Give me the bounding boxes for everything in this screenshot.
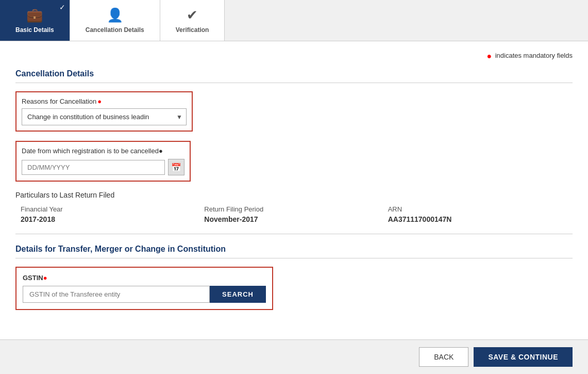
save-continue-button[interactable]: SAVE & CONTINUE (474, 347, 573, 361)
return-period-value: November-2017 (204, 215, 383, 223)
basic-details-icon: 💼 (26, 7, 43, 23)
mandatory-note: ● indicates mandatory fields (15, 52, 573, 61)
verification-label: Verification (176, 26, 209, 34)
search-button[interactable]: SEARCH (210, 286, 266, 303)
gstin-label: GSTIN● (23, 274, 266, 282)
transfer-details-title: Details for Transfer, Merger or Change i… (15, 245, 573, 258)
back-button[interactable]: BACK (419, 347, 468, 361)
particulars-grid: Financial Year 2017-2018 Return Filing P… (15, 205, 573, 223)
particulars-section: Particulars to Last Return Filed Financi… (15, 191, 573, 223)
particulars-col3: ARN AA371117000147N (388, 205, 567, 223)
date-required-dot: ● (159, 147, 163, 155)
cancellation-details-icon: 👤 (107, 7, 123, 23)
reasons-label: Reasons for Cancellation● (22, 97, 187, 105)
return-period-header: Return Filing Period (204, 205, 383, 213)
cancellation-details-label: Cancellation Details (86, 26, 144, 34)
step-cancellation-details[interactable]: 👤 Cancellation Details (70, 0, 160, 41)
date-group: Date from which registration is to be ca… (15, 141, 573, 182)
gstin-group: GSTIN● SEARCH (15, 267, 573, 310)
date-bordered-box: Date from which registration is to be ca… (15, 141, 191, 182)
step-basic-details[interactable]: ✓ 💼 Basic Details (0, 0, 70, 41)
particulars-col1: Financial Year 2017-2018 (21, 205, 200, 223)
basic-details-label: Basic Details (15, 26, 54, 34)
reasons-bordered-box: Reasons for Cancellation● Change in cons… (15, 91, 193, 132)
particulars-col2: Return Filing Period November-2017 (204, 205, 383, 223)
gstin-input[interactable] (23, 286, 210, 303)
main-content: ● indicates mandatory fields Cancellatio… (0, 41, 588, 361)
date-input[interactable] (22, 160, 165, 175)
reasons-select[interactable]: Change in constitution of business leadi… (22, 108, 187, 125)
basic-details-checkmark: ✓ (59, 3, 65, 11)
financial-year-value: 2017-2018 (21, 215, 200, 223)
reasons-select-wrapper: Change in constitution of business leadi… (22, 108, 187, 125)
stepper: ✓ 💼 Basic Details 👤 Cancellation Details… (0, 0, 588, 41)
footer-bar: BACK SAVE & CONTINUE (0, 339, 588, 361)
arn-value: AA371117000147N (388, 215, 567, 223)
mandatory-dot: ● (486, 52, 492, 60)
gstin-required-dot: ● (43, 274, 47, 282)
arn-header: ARN (388, 205, 567, 213)
verification-icon: ✔ (187, 7, 198, 23)
step-verification[interactable]: ✔ Verification (160, 0, 225, 41)
gstin-bordered-box: GSTIN● SEARCH (15, 267, 273, 310)
calendar-icon[interactable]: 📅 (168, 159, 184, 175)
date-label: Date from which registration is to be ca… (22, 147, 184, 155)
reasons-required-dot: ● (97, 97, 102, 105)
gstin-input-row: SEARCH (23, 286, 266, 303)
cancellation-details-title: Cancellation Details (15, 69, 573, 83)
date-input-row: 📅 (22, 159, 184, 175)
reasons-group: Reasons for Cancellation● Change in cons… (15, 91, 573, 132)
section-divider (15, 234, 573, 234)
financial-year-header: Financial Year (21, 205, 200, 213)
particulars-title: Particulars to Last Return Filed (15, 191, 573, 199)
